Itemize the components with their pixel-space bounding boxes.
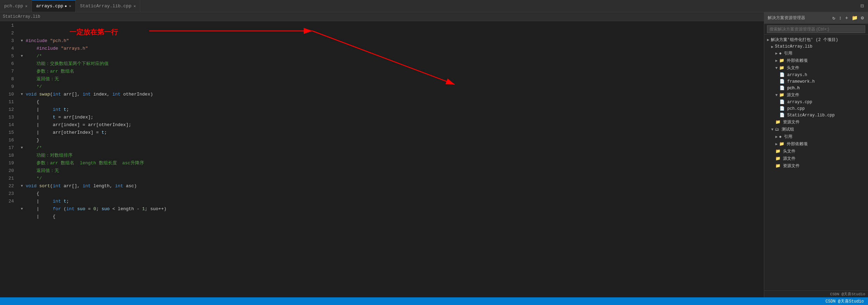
status-text: CSDN @天喜Studio [826,298,864,304]
line-number-6: 6 [0,60,14,68]
tab-arrays[interactable]: arrays.cpp ● ✕ [32,0,76,12]
sidebar-item-label-0: StaticArray.lib [775,44,812,49]
code-line-22: | int t; [21,198,759,205]
sidebar-item-6[interactable]: 📄 pch.h [764,85,868,91]
code-text-7: */ [26,83,42,91]
sidebar-item-icon-14: ▶ [775,142,778,146]
code-line-2: #include "arrays.h" [21,45,759,52]
sidebar-item-1[interactable]: ▶◈ 引用 [764,50,868,57]
code-text-1: #include "pch.h" [26,37,69,45]
sidebar-item-label-14: 📁 外部依赖项 [779,141,808,147]
sidebar-item-15[interactable]: 📁 头文件 [764,148,868,155]
sidebar-item-label-13: ◈ 引用 [779,134,792,140]
line-number-11: 11 [0,98,14,106]
fold-spacer-4 [21,60,25,68]
line-number-17: 17 [0,144,14,152]
code-text-14: } [26,137,39,144]
code-editor[interactable]: 一定放在第一行 12345678910111213141516171819202… [0,21,764,297]
tab-pch-close[interactable]: ✕ [25,4,28,8]
code-line-15: ▼ /* [21,144,759,152]
fold-spacer-21 [21,190,25,198]
sidebar-item-10[interactable]: 📄 StaticArray.lib.cpp [764,112,868,118]
sidebar-icon-filter[interactable]: ⚙ [860,14,865,22]
tab-arrays-close[interactable]: ✕ [69,4,71,8]
fold-spacer-17 [21,159,25,167]
code-line-1: ▼#include "pch.h" [21,37,759,45]
line-number-4: 4 [0,45,14,52]
sidebar-item-8[interactable]: 📄 arrays.cpp [764,99,868,105]
line-number-24: 24 [0,198,14,205]
sidebar-item-7[interactable]: ▼📁 源文件 [764,91,868,99]
sidebar-item-4[interactable]: 📄 arrays.h [764,72,868,78]
sidebar-tree[interactable]: ▶解决方案'组件化打包' (2 个项目)▶StaticArray.lib▶◈ 引… [764,35,868,290]
code-line-16: 功能：对数组排序 [21,152,759,159]
sidebar-item-11[interactable]: 📁 资源文件 [764,118,868,126]
code-line-5: 参数：arr 数组名 [21,68,759,75]
sidebar-icon-collapse[interactable]: ↕ [838,15,842,22]
fold-spacer-16 [21,152,25,159]
code-text-16: 功能：对数组排序 [26,152,73,159]
fold-spacer-2 [21,45,25,52]
line-number-16: 16 [0,137,14,144]
sidebar-item-17[interactable]: 📁 资源文件 [764,162,868,170]
sidebar-item-icon-2: ▶ [775,58,778,63]
fold-spacer-10 [21,106,25,114]
fold-spacer-22 [21,198,25,205]
path-bar: StaticArray.lib [0,12,764,21]
fold-spacer-12 [21,121,25,129]
code-content[interactable]: ▼#include "pch.h" #include "arrays.h"▼ /… [18,21,759,297]
split-editor-icon[interactable]: ⊟ [859,2,865,10]
tab-arrays-label: arrays.cpp [36,3,63,9]
code-text-24: | { [26,213,56,221]
code-text-10: | int t; [26,106,69,114]
sidebar-bottom-text: CSDN @天喜Studio [830,291,865,297]
sidebar-item-label-15: 📁 头文件 [775,148,795,154]
sidebar-item-9[interactable]: 📄 pch.cpp [764,105,868,112]
tab-staticarray-label: StaticArray.lib.cpp [80,3,131,9]
sidebar-item-12[interactable]: ▼🗂 测试组 [764,126,868,133]
tab-staticarray[interactable]: StaticArray.lib.cpp ✕ [76,0,140,12]
fold-icon-15[interactable]: ▼ [21,144,25,152]
line-number-10: 10 [0,91,14,98]
line-number-7: 7 [0,68,14,75]
status-bar: CSDN @天喜Studio [0,297,868,305]
fold-icon-3[interactable]: ▼ [21,52,25,60]
line-number-19: 19 [0,159,14,167]
tab-staticarray-close[interactable]: ✕ [134,4,136,8]
line-number-9: 9 [0,83,14,91]
line-number-23: 23 [0,190,14,198]
code-line-11: | t = arr[index]; [21,114,759,121]
sidebar-item-3[interactable]: ▼📁 头文件 [764,64,868,72]
fold-icon-8[interactable]: ▼ [21,91,25,98]
fold-spacer-13 [21,129,25,137]
line-number-18: 18 [0,152,14,159]
code-line-10: | int t; [21,106,759,114]
sidebar-icon-sync[interactable]: ↻ [832,14,836,22]
line-number-14: 14 [0,121,14,129]
code-text-5: 参数：arr 数组名 [26,68,74,75]
tab-pch[interactable]: pch.cpp ✕ [0,0,32,12]
sidebar-icon-new-file[interactable]: + [844,15,849,22]
line-number-5: 5 [0,52,14,60]
code-text-19: */ [26,175,42,182]
fold-icon-20[interactable]: ▼ [21,182,25,190]
sidebar-icon-new-folder[interactable]: 📁 [851,14,858,22]
fold-spacer-7 [21,83,25,91]
sidebar-item-14[interactable]: ▶📁 外部依赖项 [764,140,868,148]
scrollbar-track[interactable] [759,21,764,297]
fold-icon-23[interactable]: ▼ [21,205,25,213]
sidebar-item-5[interactable]: 📄 framework.h [764,78,868,85]
sidebar-solution-root[interactable]: ▶解决方案'组件化打包' (2 个项目) [764,36,868,43]
sidebar-item-13[interactable]: ▶◈ 引用 [764,133,868,140]
sidebar-header: 解决方案资源管理器 ↻ ↕ + 📁 ⚙ [764,12,868,24]
code-text-23: | for (int suo = 0; suo < length - 1; su… [26,205,167,213]
sidebar-item-0[interactable]: ▶StaticArray.lib [764,43,868,50]
sidebar-item-16[interactable]: 📁 源文件 [764,155,868,162]
fold-spacer-11 [21,114,25,121]
fold-icon-1[interactable]: ▼ [21,37,25,45]
sidebar-search-input[interactable] [767,25,865,33]
sidebar-item-label-6: 📄 pch.h [779,85,800,91]
sidebar-item-2[interactable]: ▶📁 外部依赖项 [764,57,868,64]
sidebar-search[interactable] [764,24,868,35]
code-line-13: | arr[otherIndex] = t; [21,129,759,137]
